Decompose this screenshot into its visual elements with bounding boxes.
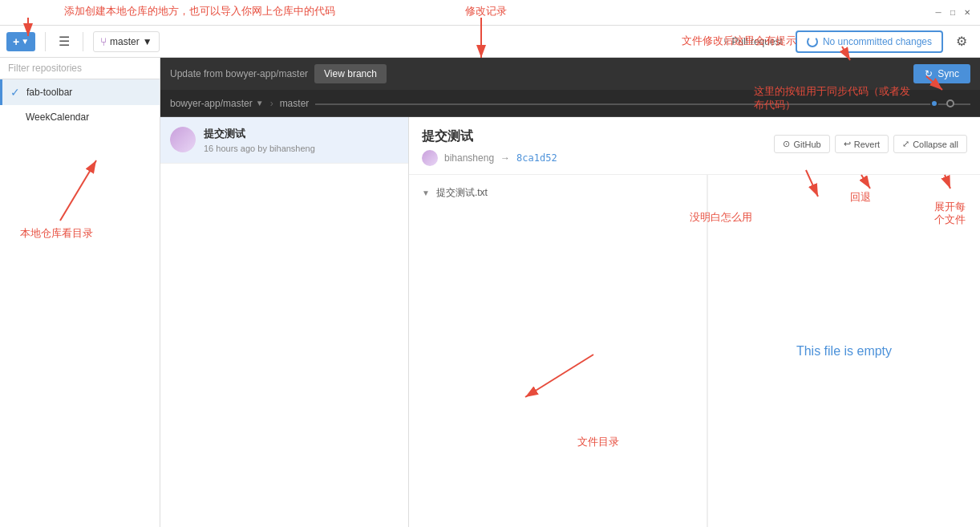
branch-bar: Update from bowyer-app/master View branc… bbox=[160, 58, 980, 90]
revert-label: Revert bbox=[854, 140, 880, 149]
branch-path-divider: › bbox=[270, 98, 273, 109]
repo-name-fab-toolbar: fab-toolbar bbox=[26, 87, 72, 98]
sync-button[interactable]: ↻ Sync bbox=[913, 64, 970, 83]
branch-selector-button[interactable]: ⑂ master ▼ bbox=[93, 31, 160, 52]
commit-detail-meta: bihansheng → 8ca1d52 bbox=[422, 150, 557, 166]
commits-list: 提交测试 16 hours ago by bihansheng bbox=[160, 117, 409, 527]
commit-detail-title: 提交测试 bbox=[422, 128, 557, 145]
current-branch-label: master bbox=[280, 98, 310, 109]
commit-avatar bbox=[170, 127, 196, 152]
repo-item-fab-toolbar[interactable]: ✓ fab-toolbar bbox=[0, 79, 160, 105]
main-toolbar: + ▼ ☰ ⑂ master ▼ ⑂ Pull request No uncom… bbox=[0, 26, 980, 58]
repository-list: ✓ fab-toolbar WeekCalendar bbox=[0, 79, 160, 527]
commit-message: 提交测试 bbox=[204, 127, 399, 141]
commit-detail-panel: 提交测试 bihansheng → 8ca1d52 ⊙ GitH bbox=[409, 117, 980, 527]
commit-hash: 8ca1d52 bbox=[516, 152, 557, 164]
add-btn-arrow-icon: ▼ bbox=[21, 37, 29, 46]
files-section: ▼ 提交测试.txt bbox=[409, 175, 707, 527]
collapse-label: Collapse all bbox=[913, 140, 958, 149]
minimize-button[interactable]: ─ bbox=[932, 6, 945, 19]
branch-path-dropdown-icon: ▼ bbox=[256, 99, 264, 107]
update-from-master-button[interactable]: Update from bowyer-app/master bbox=[170, 65, 308, 83]
pull-request-button[interactable]: ⑂ Pull request bbox=[717, 33, 789, 51]
repo-item-weekcalendar[interactable]: WeekCalendar bbox=[0, 105, 160, 129]
sync-icon: ↻ bbox=[925, 68, 933, 79]
pull-request-label: Pull request bbox=[732, 36, 783, 47]
branch-path: bowyer-app/master ▼ bbox=[170, 98, 264, 109]
file-item[interactable]: ▼ 提交测试.txt bbox=[422, 181, 694, 205]
title-bar: ─ □ ✕ bbox=[0, 0, 980, 26]
collapse-icon: ⤢ bbox=[902, 139, 909, 149]
sync-spinner-icon bbox=[807, 36, 818, 47]
commit-meta: 16 hours ago by bihansheng bbox=[204, 144, 399, 153]
settings-button[interactable]: ⚙ bbox=[950, 30, 974, 52]
timeline-dot-active bbox=[930, 99, 938, 107]
file-content-area: This file is empty bbox=[707, 175, 980, 527]
branch-path-bar: bowyer-app/master ▼ › master bbox=[160, 90, 980, 117]
content-area: Update from bowyer-app/master View branc… bbox=[160, 58, 980, 527]
main-layout: ✓ fab-toolbar WeekCalendar Update from b… bbox=[0, 58, 980, 527]
commit-detail-header: 提交测试 bihansheng → 8ca1d52 ⊙ GitH bbox=[409, 117, 980, 175]
pull-request-icon: ⑂ bbox=[723, 36, 729, 47]
commit-hash-separator: → bbox=[500, 152, 510, 164]
filter-repositories-input[interactable] bbox=[0, 58, 160, 79]
close-button[interactable]: ✕ bbox=[961, 6, 974, 19]
repo-name-weekcalendar: WeekCalendar bbox=[26, 111, 89, 123]
current-branch-name: master bbox=[280, 98, 310, 109]
toolbar-divider-1 bbox=[45, 32, 46, 51]
commit-author: bihansheng bbox=[444, 152, 494, 164]
collapse-all-button[interactable]: ⤢ Collapse all bbox=[893, 135, 967, 153]
github-label: GitHub bbox=[793, 140, 820, 149]
update-from-master-label: Update from bowyer-app/master bbox=[170, 68, 308, 79]
branch-name-label: master bbox=[110, 36, 140, 47]
revert-button[interactable]: ↩ Revert bbox=[835, 135, 889, 153]
view-branch-label: View branch bbox=[324, 68, 377, 79]
avatar-image bbox=[170, 127, 196, 152]
no-changes-label: No uncommitted changes bbox=[823, 36, 932, 47]
add-repository-button[interactable]: + ▼ bbox=[6, 32, 35, 51]
commit-detail-actions: ⊙ GitHub ↩ Revert ⤢ Collapse all bbox=[774, 135, 967, 153]
toolbar-divider-2 bbox=[83, 32, 83, 51]
timeline-line bbox=[315, 103, 970, 105]
commit-detail-avatar bbox=[422, 150, 438, 166]
revert-icon: ↩ bbox=[844, 139, 851, 149]
maximize-button[interactable]: □ bbox=[946, 6, 959, 19]
branch-icon: ⑂ bbox=[100, 35, 107, 48]
panels: 提交测试 16 hours ago by bihansheng 提交测试 bih… bbox=[160, 117, 980, 527]
commit-item[interactable]: 提交测试 16 hours ago by bihansheng bbox=[160, 117, 408, 164]
sidebar-toggle-icon: ☰ bbox=[59, 34, 70, 49]
sync-label: Sync bbox=[937, 68, 959, 79]
sidebar: ✓ fab-toolbar WeekCalendar bbox=[0, 58, 160, 527]
github-button[interactable]: ⊙ GitHub bbox=[774, 135, 829, 153]
branch-path-text: bowyer-app/master bbox=[170, 98, 253, 109]
timeline-dot-inactive bbox=[946, 99, 954, 107]
branch-dropdown-icon: ▼ bbox=[143, 36, 152, 47]
view-branch-button[interactable]: View branch bbox=[314, 64, 387, 83]
commit-info: 提交测试 16 hours ago by bihansheng bbox=[204, 127, 399, 153]
file-name: 提交测试.txt bbox=[436, 186, 488, 200]
sidebar-toggle-button[interactable]: ☰ bbox=[55, 30, 73, 52]
github-icon: ⊙ bbox=[783, 139, 790, 149]
gear-icon: ⚙ bbox=[956, 34, 967, 48]
file-toggle-icon: ▼ bbox=[422, 189, 430, 197]
title-bar-right: ─ □ ✕ bbox=[932, 6, 974, 19]
active-repo-check-icon: ✓ bbox=[10, 86, 20, 99]
no-uncommitted-changes-button[interactable]: No uncommitted changes bbox=[796, 30, 943, 53]
file-empty-label: This file is empty bbox=[796, 344, 892, 359]
